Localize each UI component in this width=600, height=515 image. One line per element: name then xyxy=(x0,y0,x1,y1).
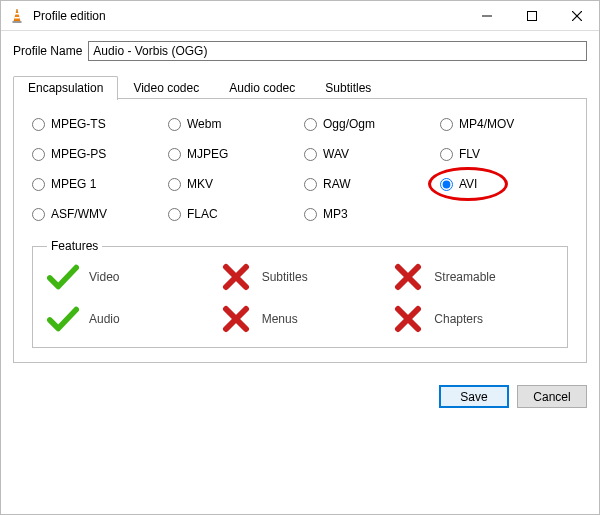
check-icon xyxy=(47,263,79,291)
feature-label: Audio xyxy=(89,312,120,326)
radio-label: MP3 xyxy=(323,207,348,221)
features-legend: Features xyxy=(47,239,102,253)
radio-label: AVI xyxy=(459,177,477,191)
radio-label: Ogg/Ogm xyxy=(323,117,375,131)
tab-label: Audio codec xyxy=(229,81,295,95)
radio-ogg-ogm[interactable]: Ogg/Ogm xyxy=(304,117,432,131)
cross-icon xyxy=(392,305,424,333)
radio-label: MP4/MOV xyxy=(459,117,514,131)
radio-label: FLV xyxy=(459,147,480,161)
radio-input[interactable] xyxy=(168,118,181,131)
radio-asf-wmv[interactable]: ASF/WMV xyxy=(32,207,160,221)
radio-label: MPEG 1 xyxy=(51,177,96,191)
feature-subtitles: Subtitles xyxy=(220,263,381,291)
radio-label: MPEG-PS xyxy=(51,147,106,161)
radio-flac[interactable]: FLAC xyxy=(168,207,296,221)
profile-name-row: Profile Name xyxy=(13,41,587,61)
tab-encapsulation[interactable]: Encapsulation xyxy=(13,76,118,100)
svg-rect-1 xyxy=(15,13,19,15)
tab-label: Encapsulation xyxy=(28,81,103,95)
feature-audio: Audio xyxy=(47,305,208,333)
svg-marker-0 xyxy=(14,9,20,21)
radio-label: WAV xyxy=(323,147,349,161)
tab-panel-encapsulation: MPEG-TSWebmOgg/OgmMP4/MOVMPEG-PSMJPEGWAV… xyxy=(13,99,587,363)
window-title: Profile edition xyxy=(33,9,464,23)
svg-rect-3 xyxy=(13,21,22,23)
radio-flv[interactable]: FLV xyxy=(440,147,568,161)
radio-mkv[interactable]: MKV xyxy=(168,177,296,191)
radio-input[interactable] xyxy=(32,118,45,131)
radio-input[interactable] xyxy=(304,208,317,221)
svg-rect-2 xyxy=(14,17,19,19)
feature-label: Subtitles xyxy=(262,270,308,284)
svg-rect-5 xyxy=(527,11,536,20)
cross-icon xyxy=(220,263,252,291)
radio-input[interactable] xyxy=(440,118,453,131)
radio-label: FLAC xyxy=(187,207,218,221)
minimize-button[interactable] xyxy=(464,1,509,30)
radio-input[interactable] xyxy=(32,148,45,161)
feature-label: Video xyxy=(89,270,119,284)
radio-avi[interactable]: AVI xyxy=(440,177,568,191)
radio-input[interactable] xyxy=(440,148,453,161)
cross-icon xyxy=(392,263,424,291)
features-grid: VideoSubtitlesStreamableAudioMenusChapte… xyxy=(47,263,553,333)
maximize-button[interactable] xyxy=(509,1,554,30)
features-group: Features VideoSubtitlesStreamableAudioMe… xyxy=(32,239,568,348)
radio-label: ASF/WMV xyxy=(51,207,107,221)
close-button[interactable] xyxy=(554,1,599,30)
radio-mpeg-1[interactable]: MPEG 1 xyxy=(32,177,160,191)
radio-raw[interactable]: RAW xyxy=(304,177,432,191)
radio-mpeg-ts[interactable]: MPEG-TS xyxy=(32,117,160,131)
radio-label: MKV xyxy=(187,177,213,191)
feature-label: Chapters xyxy=(434,312,483,326)
feature-streamable: Streamable xyxy=(392,263,553,291)
radio-input[interactable] xyxy=(32,208,45,221)
radio-wav[interactable]: WAV xyxy=(304,147,432,161)
title-bar: Profile edition xyxy=(1,1,599,31)
radio-input[interactable] xyxy=(440,178,453,191)
radio-input[interactable] xyxy=(168,178,181,191)
profile-name-input[interactable] xyxy=(88,41,587,61)
radio-input[interactable] xyxy=(32,178,45,191)
dialog-button-row: Save Cancel xyxy=(1,373,599,408)
radio-label: MJPEG xyxy=(187,147,228,161)
feature-video: Video xyxy=(47,263,208,291)
radio-input[interactable] xyxy=(168,148,181,161)
tab-video-codec[interactable]: Video codec xyxy=(118,76,214,100)
radio-label: Webm xyxy=(187,117,221,131)
feature-menus: Menus xyxy=(220,305,381,333)
radio-mp4-mov[interactable]: MP4/MOV xyxy=(440,117,568,131)
feature-chapters: Chapters xyxy=(392,305,553,333)
encapsulation-radio-grid: MPEG-TSWebmOgg/OgmMP4/MOVMPEG-PSMJPEGWAV… xyxy=(32,117,568,221)
radio-input[interactable] xyxy=(304,148,317,161)
profile-name-label: Profile Name xyxy=(13,44,82,58)
tab-label: Video codec xyxy=(133,81,199,95)
tab-subtitles[interactable]: Subtitles xyxy=(310,76,386,100)
radio-mjpeg[interactable]: MJPEG xyxy=(168,147,296,161)
radio-webm[interactable]: Webm xyxy=(168,117,296,131)
radio-input[interactable] xyxy=(304,178,317,191)
tab-strip: Encapsulation Video codec Audio codec Su… xyxy=(13,75,587,99)
radio-mp3[interactable]: MP3 xyxy=(304,207,432,221)
radio-label: RAW xyxy=(323,177,351,191)
tab-audio-codec[interactable]: Audio codec xyxy=(214,76,310,100)
radio-input[interactable] xyxy=(304,118,317,131)
window-controls xyxy=(464,1,599,30)
cancel-button[interactable]: Cancel xyxy=(517,385,587,408)
check-icon xyxy=(47,305,79,333)
feature-label: Streamable xyxy=(434,270,495,284)
feature-label: Menus xyxy=(262,312,298,326)
radio-input[interactable] xyxy=(168,208,181,221)
radio-mpeg-ps[interactable]: MPEG-PS xyxy=(32,147,160,161)
vlc-cone-icon xyxy=(9,8,25,24)
radio-label: MPEG-TS xyxy=(51,117,106,131)
tab-label: Subtitles xyxy=(325,81,371,95)
cross-icon xyxy=(220,305,252,333)
save-button[interactable]: Save xyxy=(439,385,509,408)
